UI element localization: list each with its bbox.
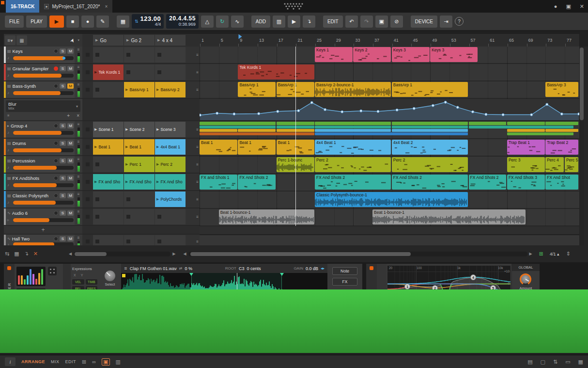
pointer-tool-icon[interactable]: ➤ [69, 37, 76, 43]
macro-bar[interactable] [41, 269, 43, 285]
clip-play-icon[interactable]: ▶ [94, 145, 97, 149]
file-panel-icon[interactable]: ▢ [541, 359, 545, 365]
track-expand-icon[interactable]: ≡ [196, 53, 199, 57]
clear-icon[interactable]: ✕ [33, 251, 38, 257]
arranger-clip[interactable]: FX and Shots 1 [200, 175, 237, 190]
clip-slot[interactable] [93, 192, 124, 207]
track-expand-icon[interactable]: ≡ [196, 88, 199, 92]
arranger-clip[interactable]: FX And Shot [545, 175, 578, 190]
track-expand-icon[interactable]: ≡ [196, 145, 199, 149]
clip-play-icon[interactable]: ▶ [156, 180, 159, 184]
edit-menu-button[interactable]: EDIT [323, 16, 343, 28]
arranger-scrollbar[interactable] [188, 252, 527, 256]
note-tab[interactable]: Note [332, 267, 357, 275]
solo-button[interactable]: S [60, 210, 66, 216]
group-clip-segment[interactable] [392, 122, 468, 125]
clip-play-icon[interactable]: ▶ [94, 128, 97, 131]
volume-fader[interactable] [13, 166, 74, 170]
solo-button[interactable]: S [60, 66, 66, 71]
group-clip-segment[interactable] [200, 132, 314, 135]
volume-fader[interactable] [13, 131, 74, 135]
clip-stop-button[interactable] [126, 215, 130, 219]
loop-end-marker[interactable] [280, 273, 284, 276]
clip-slot[interactable] [124, 209, 155, 224]
record-arm-button[interactable] [54, 66, 58, 71]
scroll-right-icon[interactable]: ▶ [529, 252, 532, 256]
add-track-button[interactable]: + [41, 226, 45, 233]
track-expand-icon[interactable]: ≡ [196, 180, 199, 184]
tool-dropdown-icon[interactable]: ▾ [77, 38, 79, 42]
mute-button[interactable]: M [67, 123, 74, 128]
io-routing-icon[interactable]: ⇆ [5, 251, 9, 257]
clip-slot[interactable] [155, 235, 186, 245]
play-menu-button[interactable]: PLAY [26, 16, 47, 28]
group-scene-cell[interactable]: ▶Scene 2 [124, 122, 155, 137]
automation-lane[interactable] [200, 99, 579, 121]
launcher-view-icon[interactable]: ▥ [273, 16, 285, 28]
solo-button[interactable]: S [60, 48, 66, 54]
track-expand-icon[interactable]: ≡ [196, 197, 199, 202]
cue-marker[interactable] [239, 34, 242, 39]
follow-icon[interactable]: ↴ [24, 251, 29, 257]
stretch-value[interactable]: 0 % [185, 266, 192, 271]
clip-slot[interactable] [124, 64, 155, 80]
scene-header-2[interactable]: ▶Go 2 [124, 35, 155, 46]
duplicate-icon[interactable]: ▣ [375, 16, 388, 28]
eq-enabled-led[interactable] [370, 266, 373, 270]
arrange-view-button[interactable]: ARRANGE [21, 359, 45, 364]
scene-play-icon[interactable]: ▶ [126, 38, 129, 42]
clip-stop-button[interactable] [157, 53, 161, 57]
play-start-marker[interactable] [122, 274, 125, 277]
clip-stop-button[interactable] [95, 53, 99, 57]
group-clip-segment[interactable] [545, 122, 578, 125]
device-enabled-led[interactable] [7, 266, 11, 270]
macro-bar[interactable] [32, 274, 34, 285]
select-knob[interactable] [105, 271, 115, 281]
mute-button[interactable]: M [67, 48, 74, 54]
grid-view-icon[interactable]: ▦ [16, 35, 27, 45]
scroll-left-icon[interactable]: ◀ [69, 252, 72, 256]
macro-bar[interactable] [30, 269, 31, 285]
macro-bar[interactable] [21, 275, 23, 285]
clip-play-icon[interactable]: ▶ [156, 162, 159, 166]
mute-button[interactable]: M [67, 141, 74, 146]
tab-current-project[interactable]: ▸ MyProject_16T_2020* × [39, 0, 112, 13]
scrollbar-thumb[interactable] [580, 48, 584, 120]
browser-panel-icon[interactable]: ▭ [565, 359, 570, 365]
volume-fader[interactable] [13, 183, 74, 187]
launcher-clip[interactable]: ▶Tek Kords 1 [93, 64, 124, 80]
group-clip-segment[interactable] [507, 132, 573, 135]
clip-stop-button[interactable] [95, 162, 99, 166]
volume-fader[interactable] [13, 91, 74, 95]
tab-16-track[interactable]: 16-TRACK [6, 0, 39, 13]
arranger-clip[interactable]: BassArp 1 [392, 82, 468, 97]
arranger-clip[interactable]: FX And Shots 3 [507, 175, 545, 190]
clip-stop-button[interactable] [86, 215, 90, 219]
arranger-clip[interactable]: Keys 1 [315, 47, 353, 62]
fader-handle[interactable] [62, 57, 65, 60]
launcher-grid-icon[interactable]: ▦ [14, 251, 19, 257]
edit-view-button[interactable]: EDIT [65, 359, 77, 364]
clip-stop-button[interactable] [86, 197, 90, 201]
arranger-clip[interactable]: Beat 1 [200, 140, 237, 155]
position-display[interactable]: 20.4.4.55 0:38.969 [166, 14, 199, 29]
gain-value[interactable]: 0.0 dB [306, 266, 318, 271]
scene-play-icon[interactable]: ▶ [157, 38, 160, 42]
group-scene-cell[interactable]: ▶Scene 1 [93, 122, 124, 137]
record-arm-button[interactable] [54, 159, 58, 163]
mute-button[interactable]: M [67, 210, 74, 216]
clip-play-icon[interactable]: ▶ [125, 145, 128, 149]
group-clip-segment[interactable] [507, 129, 545, 132]
track-header[interactable]: ▸Group 4SM♪≡ [4, 121, 82, 139]
io-panel-icon[interactable]: ⇅ [553, 359, 557, 365]
tempo-display[interactable]: ⇅ 123.00 4/4 [132, 14, 164, 29]
clip-play-icon[interactable]: ▶ [156, 128, 159, 131]
solo-button[interactable]: S [60, 123, 66, 128]
arranger-clip[interactable]: 4x4 Beat 2 [392, 140, 468, 155]
clip-slot[interactable] [93, 157, 124, 172]
arranger-clip[interactable]: Perc 5 [565, 157, 578, 172]
mute-button[interactable]: M [67, 236, 74, 241]
arranger-clip[interactable]: Perc 3 [507, 157, 545, 172]
clip-stop-button[interactable] [95, 240, 99, 243]
arranger-clip[interactable]: FX And Shots 2 [315, 175, 391, 190]
